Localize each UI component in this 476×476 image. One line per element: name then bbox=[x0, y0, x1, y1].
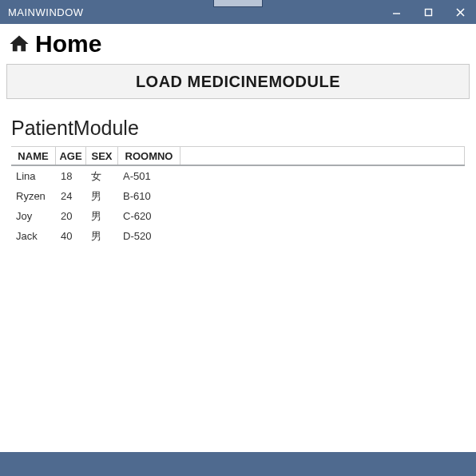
table-row[interactable]: Jack40男D-520 bbox=[11, 226, 465, 246]
svg-rect-1 bbox=[425, 9, 431, 15]
statusbar bbox=[0, 452, 476, 476]
close-icon bbox=[456, 8, 465, 17]
close-button[interactable] bbox=[444, 0, 476, 24]
patient-table: NAME AGE SEX ROOMNO Lina18女A-501Ryzen24男… bbox=[11, 146, 465, 246]
col-age[interactable]: AGE bbox=[56, 147, 86, 165]
cell-age: 24 bbox=[56, 190, 86, 202]
cell-name: Lina bbox=[11, 170, 56, 182]
cell-room: A-501 bbox=[118, 170, 180, 182]
cell-age: 18 bbox=[56, 170, 86, 182]
page-title: Home bbox=[35, 30, 101, 58]
table-body: Lina18女A-501Ryzen24男B-610Joy20男C-620Jack… bbox=[11, 166, 465, 246]
titlebar: MAINWINDOW bbox=[0, 0, 476, 24]
col-name[interactable]: NAME bbox=[11, 147, 56, 165]
table-row[interactable]: Joy20男C-620 bbox=[11, 206, 465, 226]
cell-age: 40 bbox=[56, 230, 86, 242]
load-medicine-module-button[interactable]: LOAD MEDICINEMODULE bbox=[6, 64, 470, 99]
home-icon bbox=[8, 33, 30, 55]
col-room[interactable]: ROOMNO bbox=[118, 147, 180, 165]
minimize-button[interactable] bbox=[380, 0, 412, 24]
module-title: PatientModule bbox=[11, 117, 470, 140]
titlebar-accent bbox=[213, 0, 263, 7]
maximize-icon bbox=[424, 8, 433, 17]
cell-room: B-610 bbox=[118, 190, 180, 202]
cell-sex: 男 bbox=[86, 209, 118, 224]
content-area: Home LOAD MEDICINEMODULE PatientModule N… bbox=[0, 24, 476, 452]
table-row[interactable]: Ryzen24男B-610 bbox=[11, 186, 465, 206]
window-controls bbox=[380, 0, 476, 24]
table-header: NAME AGE SEX ROOMNO bbox=[11, 147, 465, 166]
cell-room: D-520 bbox=[118, 230, 180, 242]
cell-sex: 男 bbox=[86, 229, 118, 244]
window-title: MAINWINDOW bbox=[8, 6, 84, 18]
minimize-icon bbox=[392, 8, 401, 17]
cell-sex: 男 bbox=[86, 189, 118, 204]
col-sex[interactable]: SEX bbox=[86, 147, 118, 165]
col-spacer bbox=[180, 147, 465, 165]
cell-age: 20 bbox=[56, 210, 86, 222]
cell-name: Joy bbox=[11, 210, 56, 222]
cell-room: C-620 bbox=[118, 210, 180, 222]
table-row[interactable]: Lina18女A-501 bbox=[11, 166, 465, 186]
cell-name: Ryzen bbox=[11, 190, 56, 202]
maximize-button[interactable] bbox=[412, 0, 444, 24]
home-header: Home bbox=[8, 30, 470, 58]
cell-name: Jack bbox=[11, 230, 56, 242]
cell-sex: 女 bbox=[86, 169, 118, 184]
